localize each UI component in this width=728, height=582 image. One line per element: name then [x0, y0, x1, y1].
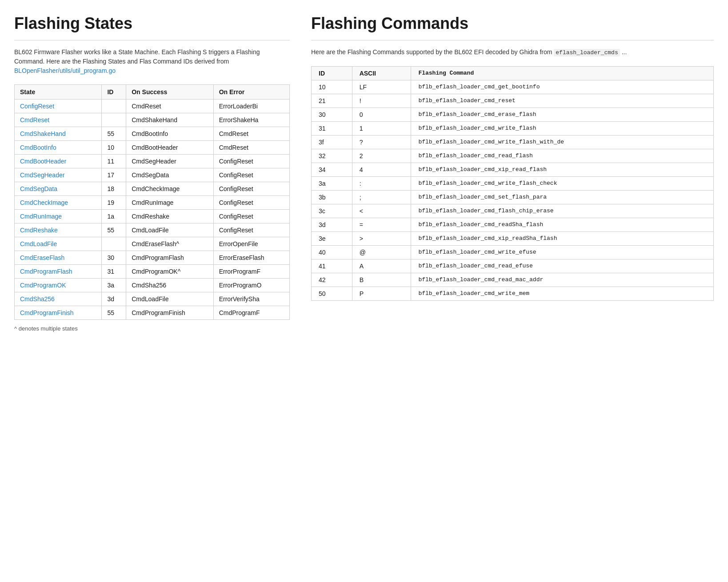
- on-error-cell: CmdProgramF: [213, 306, 289, 320]
- id-cell: 55: [102, 306, 126, 320]
- cmd-id-cell: 31: [312, 121, 352, 135]
- state-cell[interactable]: CmdSegData: [15, 182, 102, 196]
- cmd-id-cell: 40: [312, 245, 352, 259]
- ascii-cell: 0: [352, 108, 411, 121]
- on-error-cell: CmdReset: [213, 141, 289, 155]
- on-success-cell: CmdProgramFinish: [126, 306, 213, 320]
- table-row: 50Pbflb_eflash_loader_cmd_write_mem: [312, 287, 714, 300]
- source-link[interactable]: BLOpenFlasher/utils/util_program.go: [14, 67, 116, 74]
- id-cell: [102, 100, 126, 113]
- cmd-id-cell: 41: [312, 259, 352, 273]
- ascii-cell: ?: [352, 135, 411, 149]
- table-row: CmdReshake55CmdLoadFileConfigReset: [15, 223, 290, 237]
- table-row: 3e>bflb_eflash_loader_cmd_xip_readSha_fl…: [312, 231, 714, 245]
- command-cell: bflb_eflash_loader_cmd_write_mem: [411, 287, 714, 300]
- on-error-cell: ErrorLoaderBi: [213, 100, 289, 113]
- col-flashing-command: Flashing Command: [411, 66, 714, 80]
- state-cell[interactable]: ConfigReset: [15, 100, 102, 113]
- id-cell: 55: [102, 127, 126, 141]
- state-cell[interactable]: CmdSha256: [15, 292, 102, 306]
- table-row: 311bflb_eflash_loader_cmd_write_flash: [312, 121, 714, 135]
- state-cell[interactable]: CmdReshake: [15, 223, 102, 237]
- on-success-cell: CmdSegHeader: [126, 155, 213, 168]
- on-error-cell: ConfigReset: [213, 223, 289, 237]
- id-cell: [102, 113, 126, 127]
- table-row: 40@bflb_eflash_loader_cmd_write_efuse: [312, 245, 714, 259]
- command-cell: bflb_eflash_loader_cmd_xip_readSha_flash: [411, 231, 714, 245]
- cmd-id-cell: 3f: [312, 135, 352, 149]
- on-success-cell: CmdSha256: [126, 279, 213, 292]
- command-cell: bflb_eflash_loader_cmd_write_flash_check: [411, 176, 714, 190]
- on-success-cell: CmdLoadFile: [126, 223, 213, 237]
- table-row: 21!bflb_eflash_loader_cmd_reset: [312, 94, 714, 108]
- state-cell[interactable]: CmdSegHeader: [15, 168, 102, 182]
- command-cell: bflb_eflash_loader_cmd_reset: [411, 94, 714, 108]
- state-cell[interactable]: CmdRunImage: [15, 210, 102, 223]
- right-description: Here are the Flashing Commands supported…: [311, 48, 714, 57]
- states-table: State ID On Success On Error ConfigReset…: [14, 84, 290, 320]
- ascii-cell: :: [352, 176, 411, 190]
- table-row: CmdLoadFileCmdEraseFlash^ErrorOpenFile: [15, 237, 290, 251]
- table-row: CmdSha2563dCmdLoadFileErrorVerifySha: [15, 292, 290, 306]
- command-cell: bflb_eflash_loader_cmd_flash_chip_erase: [411, 204, 714, 218]
- code-snippet: eflash_loader_cmds: [554, 49, 620, 56]
- on-success-cell: CmdReshake: [126, 210, 213, 223]
- id-cell: 18: [102, 182, 126, 196]
- col-cmd-id: ID: [312, 66, 352, 80]
- cmd-id-cell: 42: [312, 273, 352, 287]
- left-divider: [14, 40, 290, 40]
- state-cell[interactable]: CmdLoadFile: [15, 237, 102, 251]
- table-row: 3a:bflb_eflash_loader_cmd_write_flash_ch…: [312, 176, 714, 190]
- state-cell[interactable]: CmdReset: [15, 113, 102, 127]
- on-error-cell: ConfigReset: [213, 196, 289, 210]
- on-error-cell: ErrorEraseFlash: [213, 251, 289, 265]
- table-row: 3d=bflb_eflash_loader_cmd_readSha_flash: [312, 218, 714, 231]
- table-row: CmdShakeHand55CmdBootInfoCmdReset: [15, 127, 290, 141]
- commands-table: ID ASCII Flashing Command 10LFbflb_eflas…: [311, 66, 714, 301]
- right-divider: [311, 40, 714, 40]
- left-panel: Flashing States BL602 Firmware Flasher w…: [14, 14, 290, 332]
- id-cell: 10: [102, 141, 126, 155]
- table-row: CmdSegHeader17CmdSegDataConfigReset: [15, 168, 290, 182]
- command-cell: bflb_eflash_loader_cmd_readSha_flash: [411, 218, 714, 231]
- on-error-cell: ConfigReset: [213, 168, 289, 182]
- ascii-cell: !: [352, 94, 411, 108]
- table-row: CmdEraseFlash30CmdProgramFlashErrorErase…: [15, 251, 290, 265]
- id-cell: [102, 237, 126, 251]
- ascii-cell: LF: [352, 80, 411, 94]
- cmd-id-cell: 30: [312, 108, 352, 121]
- state-cell[interactable]: CmdProgramFlash: [15, 265, 102, 279]
- on-error-cell: ErrorProgramF: [213, 265, 289, 279]
- ascii-cell: 1: [352, 121, 411, 135]
- table-row: CmdBootInfo10CmdBootHeaderCmdReset: [15, 141, 290, 155]
- state-cell[interactable]: CmdBootInfo: [15, 141, 102, 155]
- col-ascii: ASCII: [352, 66, 411, 80]
- on-success-cell: CmdReset: [126, 100, 213, 113]
- table-row: 41Abflb_eflash_loader_cmd_read_efuse: [312, 259, 714, 273]
- table-row: ConfigResetCmdResetErrorLoaderBi: [15, 100, 290, 113]
- state-cell[interactable]: CmdCheckImage: [15, 196, 102, 210]
- state-cell[interactable]: CmdShakeHand: [15, 127, 102, 141]
- on-success-cell: CmdShakeHand: [126, 113, 213, 127]
- on-success-cell: CmdProgramFlash: [126, 251, 213, 265]
- id-cell: 11: [102, 155, 126, 168]
- table-row: 322bflb_eflash_loader_cmd_read_flash: [312, 149, 714, 163]
- table-row: CmdCheckImage19CmdRunImageConfigReset: [15, 196, 290, 210]
- table-row: 344bflb_eflash_loader_cmd_xip_read_flash: [312, 163, 714, 176]
- states-table-header-row: State ID On Success On Error: [15, 85, 290, 100]
- state-cell[interactable]: CmdProgramOK: [15, 279, 102, 292]
- state-cell[interactable]: CmdProgramFinish: [15, 306, 102, 320]
- cmd-id-cell: 3a: [312, 176, 352, 190]
- cmd-id-cell: 50: [312, 287, 352, 300]
- on-error-cell: ErrorShakeHa: [213, 113, 289, 127]
- table-row: CmdResetCmdShakeHandErrorShakeHa: [15, 113, 290, 127]
- on-error-cell: ErrorOpenFile: [213, 237, 289, 251]
- ascii-cell: =: [352, 218, 411, 231]
- on-success-cell: CmdBootHeader: [126, 141, 213, 155]
- right-panel: Flashing Commands Here are the Flashing …: [311, 14, 714, 301]
- state-cell[interactable]: CmdBootHeader: [15, 155, 102, 168]
- state-cell[interactable]: CmdEraseFlash: [15, 251, 102, 265]
- col-state: State: [15, 85, 102, 100]
- table-row: 10LFbflb_eflash_loader_cmd_get_bootinfo: [312, 80, 714, 94]
- on-success-cell: CmdLoadFile: [126, 292, 213, 306]
